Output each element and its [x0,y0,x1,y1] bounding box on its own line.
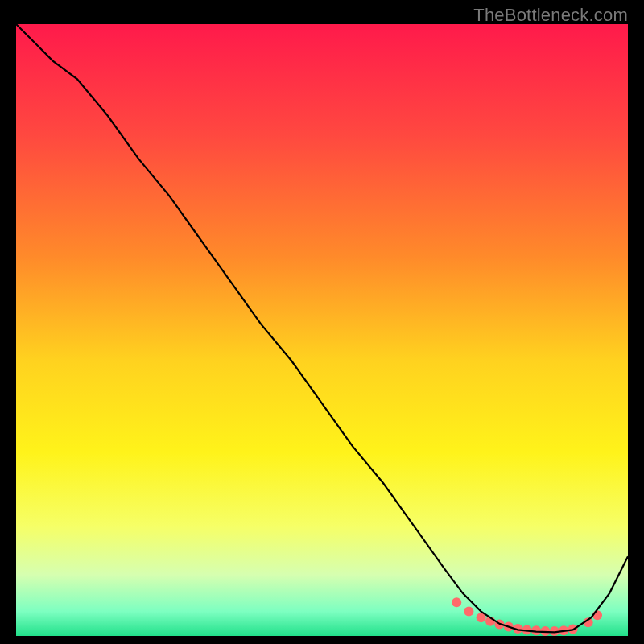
marker-dot [452,597,461,607]
marker-dot [464,607,473,617]
bottleneck-chart [16,24,628,636]
chart-frame [16,24,628,636]
watermark-text: TheBottleneck.com [473,5,628,26]
